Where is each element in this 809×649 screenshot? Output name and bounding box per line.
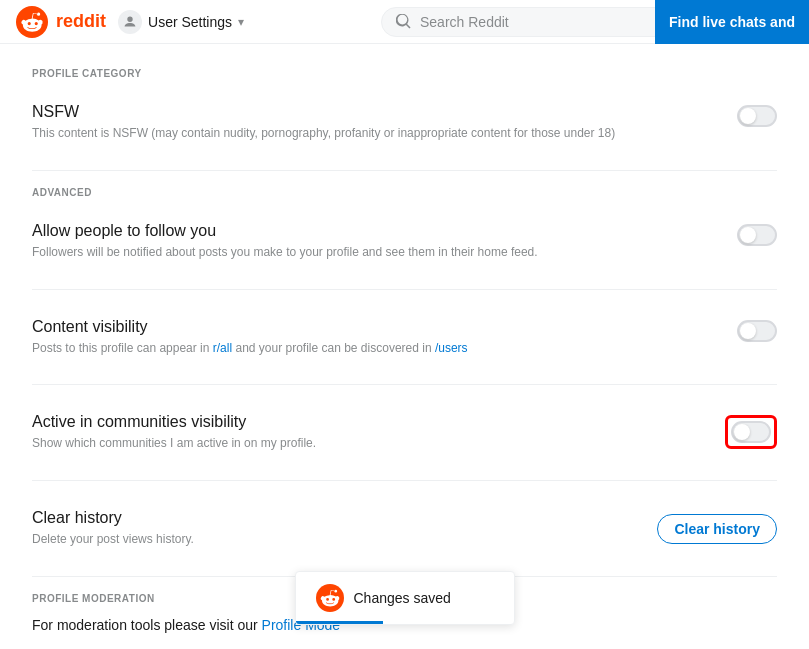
clear-history-setting-info: Clear history Delete your post views his… — [32, 509, 641, 548]
active-communities-toggle-wrapper — [725, 413, 777, 449]
nsfw-toggle[interactable] — [737, 105, 777, 127]
clear-history-setting-row: Clear history Delete your post views his… — [32, 497, 777, 560]
main-content: PROFILE CATEGORY NSFW This content is NS… — [0, 44, 809, 649]
content-visibility-title: Content visibility — [32, 318, 721, 336]
users-link[interactable]: /users — [435, 341, 468, 355]
follow-setting-info: Allow people to follow you Followers wil… — [32, 222, 721, 261]
nsfw-title: NSFW — [32, 103, 721, 121]
toast: Changes saved — [295, 571, 515, 625]
content-visibility-desc-middle: and your profile can be discovered in — [232, 341, 435, 355]
profile-moderation-desc-before: For moderation tools please visit our — [32, 617, 262, 633]
nsfw-toggle-wrapper — [737, 103, 777, 130]
search-icon — [396, 14, 412, 30]
advanced-label: ADVANCED — [32, 187, 777, 198]
toast-progress-bar — [296, 621, 383, 624]
active-communities-title: Active in communities visibility — [32, 413, 709, 431]
divider-3 — [32, 384, 777, 385]
active-communities-setting-info: Active in communities visibility Show wh… — [32, 413, 709, 452]
toast-text: Changes saved — [354, 590, 451, 606]
snoo-icon — [316, 584, 344, 612]
topnav: reddit User Settings ▾ ↗ © Find live cha… — [0, 0, 809, 44]
follow-desc: Followers will be notified about posts y… — [32, 244, 721, 261]
clear-history-title: Clear history — [32, 509, 641, 527]
reddit-logo — [16, 6, 48, 38]
search-input[interactable] — [420, 14, 686, 30]
active-communities-desc: Show which communities I am active in on… — [32, 435, 709, 452]
content-visibility-desc: Posts to this profile can appear in r/al… — [32, 340, 721, 357]
user-settings-label: User Settings — [148, 14, 232, 30]
nsfw-desc: This content is NSFW (may contain nudity… — [32, 125, 721, 142]
content-visibility-setting-row: Content visibility Posts to this profile… — [32, 306, 777, 369]
find-live-chats-button[interactable]: Find live chats and — [655, 0, 809, 44]
divider-1 — [32, 170, 777, 171]
follow-toggle-wrapper — [737, 222, 777, 249]
follow-setting-row: Allow people to follow you Followers wil… — [32, 210, 777, 273]
active-communities-toggle[interactable] — [731, 421, 771, 443]
divider-4 — [32, 480, 777, 481]
clear-history-desc: Delete your post views history. — [32, 531, 641, 548]
reddit-wordmark: reddit — [56, 11, 106, 32]
profile-category-label: PROFILE CATEGORY — [32, 68, 777, 79]
r-all-link[interactable]: r/all — [213, 341, 232, 355]
content-visibility-toggle[interactable] — [737, 320, 777, 342]
advanced-section: ADVANCED Allow people to follow you Foll… — [32, 187, 777, 560]
content-visibility-toggle-wrapper — [737, 318, 777, 345]
nsfw-setting-row: NSFW This content is NSFW (may contain n… — [32, 91, 777, 154]
logo-area: reddit — [16, 6, 106, 38]
chevron-down-icon: ▾ — [238, 15, 244, 29]
follow-toggle[interactable] — [737, 224, 777, 246]
active-communities-setting-row: Active in communities visibility Show wh… — [32, 401, 777, 464]
content-visibility-setting-info: Content visibility Posts to this profile… — [32, 318, 721, 357]
profile-category-section: PROFILE CATEGORY NSFW This content is NS… — [32, 68, 777, 154]
user-settings-nav[interactable]: User Settings ▾ — [118, 10, 244, 34]
follow-title: Allow people to follow you — [32, 222, 721, 240]
active-communities-toggle-highlight — [725, 415, 777, 449]
nsfw-setting-info: NSFW This content is NSFW (may contain n… — [32, 103, 721, 142]
search-bar[interactable] — [381, 7, 701, 37]
avatar — [118, 10, 142, 34]
clear-history-button[interactable]: Clear history — [657, 514, 777, 544]
divider-2 — [32, 289, 777, 290]
content-visibility-desc-before: Posts to this profile can appear in — [32, 341, 213, 355]
